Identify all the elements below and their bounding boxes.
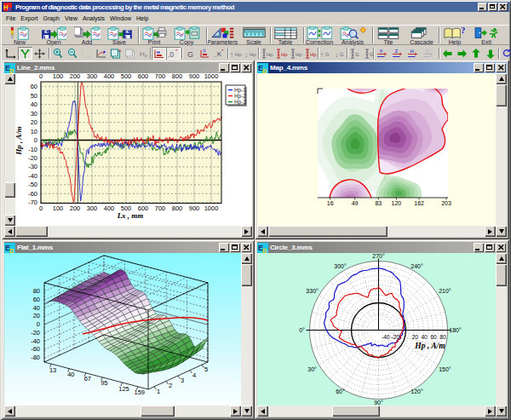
svg-text:↑: ↑	[230, 50, 233, 58]
svg-text:1000: 1000	[204, 73, 219, 80]
svg-text:60°: 60°	[336, 388, 345, 394]
svg-text:G: G	[325, 52, 330, 57]
svg-text:↑: ↑	[320, 50, 324, 58]
svg-text:Hp: Hp	[281, 52, 288, 57]
svg-text:200: 200	[70, 73, 81, 80]
svg-text:13: 13	[49, 366, 56, 374]
svg-text:Hp , A/m: Hp , A/m	[414, 342, 445, 350]
svg-text:800: 800	[172, 204, 183, 212]
svg-text:95: 95	[100, 379, 107, 387]
svg-text:60: 60	[31, 83, 37, 90]
svg-text:600: 600	[138, 73, 149, 80]
svg-text:Hp-3: Hp-3	[234, 99, 246, 106]
svg-text:Hp: Hp	[310, 52, 317, 57]
svg-text:125: 125	[118, 385, 129, 393]
svg-text:-40: -40	[31, 337, 40, 345]
svg-text:p: p	[262, 66, 267, 73]
svg-text:40: 40	[67, 371, 74, 378]
svg-text:0: 0	[37, 320, 40, 328]
svg-text:900: 900	[189, 204, 200, 212]
svg-text:162: 162	[414, 200, 424, 206]
svg-text:50: 50	[31, 92, 37, 100]
svg-text:0: 0	[39, 73, 43, 80]
svg-text:40: 40	[33, 304, 40, 312]
svg-text:49: 49	[352, 200, 359, 206]
svg-text:0: 0	[34, 136, 37, 144]
svg-text:1000: 1000	[204, 204, 219, 212]
svg-text:300: 300	[87, 204, 98, 212]
svg-text:-50: -50	[28, 181, 37, 188]
svg-text:-20: -20	[28, 154, 37, 162]
svg-text:G: G	[187, 49, 193, 58]
svg-text:80: 80	[439, 334, 446, 340]
svg-text:30: 30	[31, 110, 37, 118]
svg-text:X: X	[380, 49, 383, 54]
svg-text:800: 800	[172, 73, 183, 80]
svg-text:20: 20	[31, 118, 37, 126]
svg-text:67: 67	[84, 375, 91, 383]
svg-text:-70: -70	[28, 198, 37, 206]
svg-text:p: p	[145, 53, 148, 58]
svg-text:30°: 30°	[307, 366, 317, 372]
svg-text:20: 20	[33, 312, 40, 319]
svg-text:60: 60	[33, 296, 40, 303]
svg-text:-20: -20	[392, 334, 400, 340]
svg-text:900: 900	[189, 73, 200, 80]
svg-text:120: 120	[392, 200, 402, 206]
svg-text:330°: 330°	[306, 288, 319, 294]
svg-text:″: ″	[175, 48, 178, 54]
svg-text:H: H	[411, 49, 414, 54]
svg-text:Hp: Hp	[267, 52, 273, 57]
svg-text:-20: -20	[31, 329, 40, 337]
svg-text:-60: -60	[28, 190, 37, 198]
svg-text:-30: -30	[28, 163, 37, 170]
svg-text:-10: -10	[28, 146, 37, 153]
svg-text:40: 40	[31, 101, 37, 108]
svg-text:.0: .0	[168, 49, 174, 58]
svg-text:400: 400	[104, 204, 115, 212]
svg-text:Hp: Hp	[250, 52, 256, 57]
svg-text:p: p	[9, 246, 14, 253]
svg-text:4: 4	[192, 371, 196, 379]
svg-text:300: 300	[87, 73, 98, 80]
svg-text:20: 20	[412, 334, 419, 340]
svg-text:700: 700	[155, 204, 166, 212]
svg-text:p: p	[9, 66, 14, 73]
svg-text:159: 159	[135, 388, 146, 396]
svg-text:270°: 270°	[372, 253, 385, 259]
svg-text:400: 400	[104, 73, 115, 80]
svg-text:-40: -40	[28, 172, 37, 180]
svg-text:Lx , mm: Lx , mm	[117, 211, 144, 220]
svg-text:83: 83	[375, 200, 382, 206]
svg-text:-40: -40	[382, 334, 390, 340]
svg-text:0°: 0°	[299, 327, 305, 333]
svg-text:↓: ↓	[244, 50, 248, 58]
svg-text:G: G	[355, 52, 359, 57]
svg-text:180°: 180°	[449, 327, 462, 333]
svg-text:0: 0	[39, 204, 43, 212]
svg-text:40: 40	[421, 334, 428, 340]
svg-text:Z: Z	[395, 49, 399, 54]
svg-text:?: ?	[461, 26, 465, 35]
svg-text:5: 5	[204, 365, 208, 373]
svg-text:-80: -80	[31, 354, 40, 361]
svg-text:Hp: Hp	[235, 52, 242, 57]
svg-text:150°: 150°	[439, 366, 451, 372]
svg-text:120°: 120°	[411, 388, 423, 394]
svg-text:100: 100	[53, 73, 64, 80]
svg-text:90°: 90°	[374, 400, 383, 406]
svg-text:2: 2	[169, 382, 172, 389]
svg-text:G: G	[340, 52, 344, 57]
svg-text:80: 80	[33, 287, 40, 295]
svg-text:Hp: Hp	[296, 52, 302, 57]
svg-text:500: 500	[121, 73, 132, 80]
svg-text:Hp , A/m: Hp , A/m	[15, 126, 23, 155]
svg-text:p: p	[262, 246, 267, 253]
svg-text:300°: 300°	[334, 263, 347, 269]
svg-text:10: 10	[31, 128, 37, 135]
svg-text:240°: 240°	[411, 263, 423, 269]
svg-text:O: O	[426, 49, 430, 54]
svg-text:210°: 210°	[439, 288, 451, 294]
svg-text:203: 203	[441, 200, 451, 206]
svg-text:16: 16	[327, 200, 334, 206]
